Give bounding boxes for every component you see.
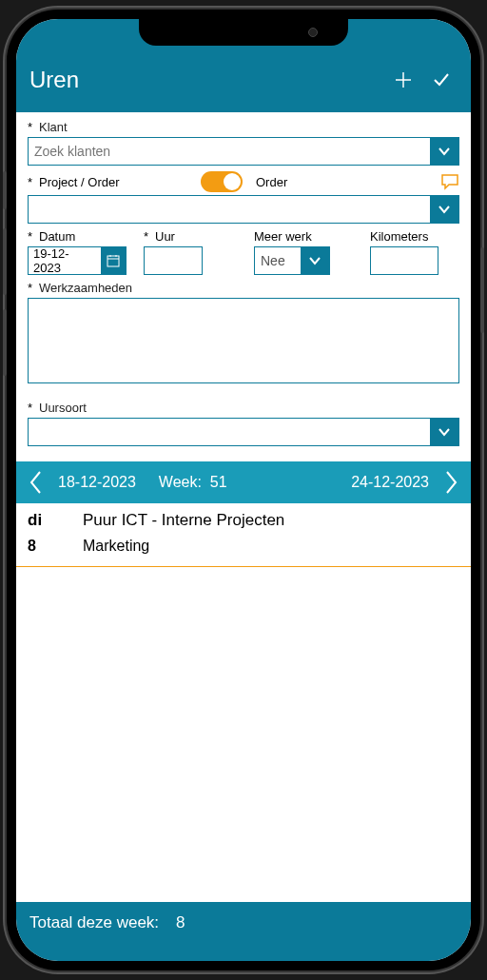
required-marker: *	[144, 229, 155, 244]
confirm-button[interactable]	[425, 64, 458, 96]
meerwerk-label: Meer werk	[254, 229, 312, 244]
klant-field: * Klant	[28, 120, 459, 166]
klant-label: Klant	[39, 120, 68, 134]
empty-space	[16, 567, 471, 902]
required-marker: *	[28, 229, 39, 244]
meerwerk-select[interactable]	[254, 246, 330, 275]
check-icon	[431, 69, 452, 90]
datum-input[interactable]: 19-12-2023	[28, 246, 127, 275]
kilometers-input[interactable]	[370, 246, 438, 275]
app-screen: Uren * Klant	[16, 19, 471, 961]
comment-icon	[440, 173, 459, 190]
side-button	[3, 171, 7, 209]
volume-down-button	[3, 309, 7, 376]
klant-input[interactable]	[29, 138, 430, 165]
comment-button[interactable]	[440, 173, 459, 190]
required-marker: *	[28, 120, 39, 134]
phone-frame: Uren * Klant	[7, 10, 480, 970]
werkzaamheden-label: Werkzaamheden	[39, 281, 132, 295]
uur-input[interactable]	[144, 246, 203, 275]
volume-up-button	[3, 228, 7, 295]
uur-label: Uur	[155, 229, 175, 244]
total-value: 8	[176, 913, 185, 932]
plus-icon	[394, 70, 413, 89]
project-select[interactable]	[28, 195, 459, 224]
next-week-button[interactable]	[437, 470, 465, 495]
datum-value: 19-12-2023	[29, 247, 101, 274]
entry-activity: Marketing	[83, 538, 149, 555]
prev-week-button[interactable]	[22, 470, 50, 495]
week-label: Week: 51	[159, 474, 351, 491]
chevron-down-icon	[438, 145, 451, 158]
chevron-down-icon	[438, 425, 451, 439]
uursoort-field: * Uursoort	[28, 401, 459, 446]
row-fields: *Datum 19-12-2023 *Uur Meer werk	[28, 229, 459, 275]
power-button	[480, 247, 484, 333]
required-marker: *	[28, 175, 39, 189]
uursoort-select[interactable]	[28, 418, 459, 446]
entry-day: di	[28, 511, 83, 530]
kilometers-label: Kilometers	[370, 229, 428, 244]
uursoort-label: Uursoort	[39, 401, 87, 415]
klant-dropdown-button[interactable]	[430, 138, 458, 165]
project-input[interactable]	[29, 196, 430, 223]
add-button[interactable]	[387, 64, 419, 96]
chevron-right-icon	[443, 470, 458, 495]
project-field: * Project / Order Order	[28, 171, 459, 224]
calendar-icon	[106, 253, 121, 268]
chevron-down-icon	[308, 254, 321, 267]
entry-client: Puur ICT - Interne Projecten	[83, 511, 284, 530]
uursoort-input[interactable]	[29, 419, 430, 445]
week-end-date: 24-12-2023	[351, 474, 429, 491]
time-entry[interactable]: di Puur ICT - Interne Projecten 8 Market…	[16, 503, 471, 567]
chevron-left-icon	[29, 470, 44, 495]
app-header: Uren	[16, 61, 471, 112]
chevron-down-icon	[438, 203, 451, 216]
total-label: Totaal deze week:	[29, 913, 159, 932]
svg-rect-0	[107, 256, 119, 266]
entry-hours: 8	[28, 538, 83, 555]
required-marker: *	[28, 281, 39, 295]
page-title: Uren	[29, 67, 381, 93]
meerwerk-value[interactable]	[255, 247, 301, 274]
week-start-date: 18-12-2023	[58, 474, 136, 491]
uursoort-dropdown-button[interactable]	[430, 419, 458, 445]
phone-notch	[139, 19, 348, 46]
order-toggle-label: Order	[256, 175, 287, 189]
werkzaamheden-field: * Werkzaamheden	[28, 281, 459, 387]
klant-select[interactable]	[28, 137, 459, 166]
project-dropdown-button[interactable]	[430, 196, 458, 223]
week-navigator: 18-12-2023 Week: 51 24-12-2023	[16, 461, 471, 503]
order-toggle[interactable]	[201, 171, 243, 192]
required-marker: *	[28, 401, 39, 415]
calendar-button[interactable]	[101, 247, 126, 274]
meerwerk-dropdown-button[interactable]	[301, 247, 329, 274]
form-area: * Klant * Project / Order Order	[16, 112, 471, 461]
project-label: Project / Order	[39, 175, 201, 189]
home-indicator-area	[16, 944, 471, 961]
werkzaamheden-input[interactable]	[28, 298, 459, 383]
week-total-footer: Totaal deze week: 8	[16, 902, 471, 944]
datum-label: Datum	[39, 229, 75, 244]
